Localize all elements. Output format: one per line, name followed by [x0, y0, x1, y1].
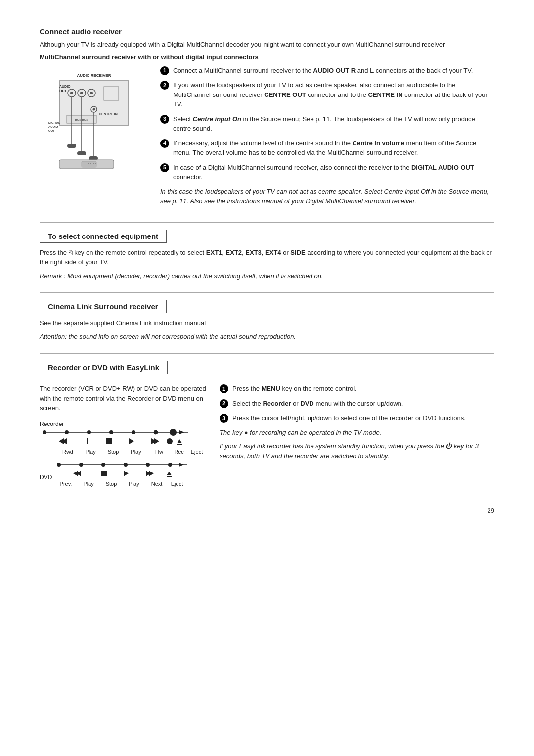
- recorder-dvd-steps: 1 Press the MENU key on the remote contr…: [220, 384, 494, 423]
- top-divider: [40, 20, 494, 20]
- svg-point-33: [65, 430, 69, 434]
- step-num-5: 5: [160, 163, 169, 172]
- svg-point-36: [132, 430, 135, 434]
- ffw-label: Ffw: [147, 449, 170, 455]
- svg-text:CENTRE IN: CENTRE IN: [99, 112, 118, 116]
- page-number: 29: [40, 507, 494, 514]
- svg-marker-48: [177, 439, 182, 443]
- connect-audio-diagram-col: AUDIO RECEIVER AUDIO OUT CENTRE IN: [40, 66, 148, 210]
- recorder-step-3: 3 Press the cursor left/right, up/down t…: [220, 413, 494, 423]
- recorder-dvd-right: 1 Press the MENU key on the remote contr…: [220, 384, 494, 487]
- svg-text:AUDIO: AUDIO: [59, 85, 71, 88]
- dvd-button-labels: Prev. Play Stop Play Next Eject: [54, 481, 208, 487]
- svg-point-51: [57, 463, 61, 467]
- svg-marker-57: [179, 463, 184, 467]
- svg-rect-29: [93, 163, 94, 164]
- svg-marker-44: [129, 438, 134, 444]
- connect-audio-steps: 1 Connect a MultiChannel surround receiv…: [160, 66, 494, 182]
- eject-label-1: Eject: [188, 449, 206, 455]
- svg-marker-63: [149, 471, 154, 476]
- next-label: Next: [145, 481, 168, 487]
- play-label-4: Play: [123, 481, 145, 487]
- svg-rect-65: [167, 476, 172, 477]
- svg-point-56: [168, 463, 172, 467]
- recorder-note-1: The key ● for recording can be operated …: [220, 428, 494, 438]
- svg-rect-28: [90, 163, 91, 164]
- divider-2: [40, 292, 494, 293]
- svg-text:OUT: OUT: [48, 129, 55, 132]
- step-num-1: 1: [160, 66, 169, 75]
- select-equipment-section: To select connected equipment Press the …: [40, 230, 494, 281]
- svg-point-53: [101, 463, 105, 467]
- svg-marker-59: [73, 471, 78, 476]
- recorder-step-text-1: Press the MENU key on the remote control…: [232, 384, 494, 394]
- recorder-dvd-content: The recorder (VCR or DVD+ RW) or DVD can…: [40, 384, 494, 487]
- select-equipment-remark: Remark : Most equipment (decoder, record…: [40, 271, 494, 281]
- select-equipment-body: Press the ⎗ key on the remote control re…: [40, 248, 494, 267]
- svg-text:AUDIO: AUDIO: [48, 125, 58, 128]
- svg-point-5: [80, 92, 83, 94]
- connect-audio-steps-col: 1 Connect a MultiChannel surround receiv…: [160, 66, 494, 210]
- play-label-1: Play: [79, 449, 102, 455]
- connect-audio-content: AUDIO RECEIVER AUDIO OUT CENTRE IN: [40, 66, 494, 210]
- recorder-step-text-3: Press the cursor left/right, up/down to …: [232, 413, 494, 423]
- svg-rect-49: [177, 444, 182, 445]
- select-equipment-title: To select connected equipment: [40, 230, 167, 243]
- svg-point-35: [109, 430, 113, 434]
- svg-text:DIGITAL: DIGITAL: [48, 121, 60, 124]
- svg-text:OUT: OUT: [59, 89, 67, 93]
- step-text-1: Connect a MultiChannel surround receiver…: [173, 66, 494, 76]
- svg-point-32: [43, 430, 46, 434]
- recorder-dvd-left: The recorder (VCR or DVD+ RW) or DVD can…: [40, 384, 208, 487]
- svg-point-37: [154, 430, 158, 434]
- svg-rect-60: [101, 471, 107, 476]
- svg-marker-61: [124, 471, 129, 476]
- play-label-2: Play: [125, 449, 147, 455]
- recorder-dvd-section: Recorder or DVD with EasyLink The record…: [40, 361, 494, 487]
- dvd-transport-svg: [54, 460, 207, 479]
- eject-label-2: Eject: [168, 481, 186, 487]
- step-num-3: 3: [160, 115, 169, 124]
- svg-marker-64: [167, 472, 172, 475]
- recorder-step-num-3: 3: [220, 414, 228, 423]
- step-3: 3 Select Centre input On in the Source m…: [160, 114, 494, 134]
- divider-3: [40, 353, 494, 354]
- svg-point-52: [79, 463, 83, 467]
- recorder-step-2: 2 Select the Recorder or DVD menu with t…: [220, 399, 494, 409]
- svg-point-38: [170, 429, 177, 436]
- svg-marker-39: [179, 430, 184, 434]
- step-text-5: In case of a Digital MultiChannel surrou…: [173, 163, 494, 182]
- connector-diagram: AUDIO RECEIVER AUDIO OUT CENTRE IN: [44, 66, 143, 170]
- rec-label: Rec: [170, 449, 188, 455]
- recorder-note-2: If your EasyLink recorder has the system…: [220, 441, 494, 461]
- dvd-label: DVD: [40, 474, 52, 481]
- cinema-link-title: Cinema Link Surround receiver: [40, 300, 167, 313]
- svg-rect-42: [87, 438, 88, 444]
- recorder-dvd-intro: The recorder (VCR or DVD+ RW) or DVD can…: [40, 384, 208, 413]
- recorder-diagram: Recorder: [40, 420, 208, 487]
- step-5: 5 In case of a Digital MultiChannel surr…: [160, 163, 494, 182]
- step-num-4: 4: [160, 139, 169, 148]
- connect-audio-title: Connect audio receiver: [40, 27, 494, 36]
- recorder-step-num-2: 2: [220, 399, 228, 408]
- svg-text:AUDIO RECEIVER: AUDIO RECEIVER: [77, 73, 111, 78]
- svg-point-47: [167, 438, 173, 444]
- recorder-dvd-title: Recorder or DVD with EasyLink: [40, 361, 168, 374]
- connect-audio-note: In this case the loudspeakers of your TV…: [160, 187, 494, 206]
- divider-1: [40, 222, 494, 223]
- cinema-link-section: Cinema Link Surround receiver See the se…: [40, 300, 494, 341]
- svg-point-3: [70, 92, 73, 94]
- svg-rect-43: [106, 438, 112, 444]
- step-1: 1 Connect a MultiChannel surround receiv…: [160, 66, 494, 76]
- svg-rect-27: [88, 163, 89, 164]
- svg-point-54: [124, 463, 128, 467]
- step-text-3: Select Centre input On in the Source men…: [173, 114, 494, 134]
- step-num-2: 2: [160, 81, 169, 90]
- recorder-transport-svg: [40, 427, 208, 447]
- svg-marker-41: [59, 438, 64, 444]
- stop-label-1: Stop: [102, 449, 125, 455]
- dvd-row: DVD: [40, 460, 208, 487]
- prev-label: Prev.: [54, 481, 77, 487]
- connect-audio-intro: Although your TV is already equipped wit…: [40, 40, 494, 49]
- cinema-link-body: See the separate supplied Cinema Link in…: [40, 318, 494, 328]
